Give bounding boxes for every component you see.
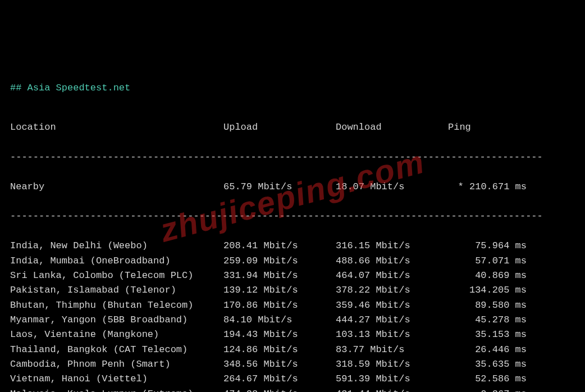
cell-download: 83.77 Mbit/s — [336, 343, 448, 357]
table-row: Pakistan, Islamabad (Telenor)139.12 Mbit… — [10, 283, 575, 298]
header-download: Download — [336, 120, 448, 135]
table-row: Malaysia, Kuala Lumpur (Extreme)474.32 M… — [10, 387, 575, 392]
cell-upload: 259.09 Mbit/s — [223, 254, 336, 268]
cell-ping: 35.153 ms — [448, 327, 527, 342]
cell-location: Myanmar, Yangon (5BB Broadband) — [10, 313, 223, 327]
cell-location: India, New Delhi (Weebo) — [10, 239, 223, 253]
cell-ping: 52.586 ms — [448, 372, 527, 386]
cell-ping: 75.964 ms — [448, 239, 527, 253]
table-row: India, Mumbai (OneBroadband)259.09 Mbit/… — [10, 254, 575, 268]
cell-ping: 89.580 ms — [448, 298, 527, 313]
cell-upload: 170.86 Mbit/s — [223, 298, 336, 313]
cell-upload: 84.10 Mbit/s — [223, 313, 336, 327]
cell-download: 316.15 Mbit/s — [336, 239, 448, 253]
table-row: India, New Delhi (Weebo)208.41 Mbit/s316… — [10, 239, 575, 253]
cell-location: Malaysia, Kuala Lumpur (Extreme) — [10, 387, 223, 392]
nearby-upload: 65.79 Mbit/s — [223, 180, 336, 194]
table-row: Bhutan, Thimphu (Bhutan Telecom)170.86 M… — [10, 298, 575, 313]
cell-download: 359.46 Mbit/s — [336, 298, 448, 313]
cell-location: Cambodia, Phnom Penh (Smart) — [10, 357, 223, 372]
divider-line: ----------------------------------------… — [10, 209, 575, 224]
cell-download: 591.39 Mbit/s — [336, 372, 448, 386]
cell-location: Thailand, Bangkok (CAT Telecom) — [10, 343, 223, 357]
cell-download: 444.27 Mbit/s — [336, 313, 448, 327]
cell-ping: 134.205 ms — [448, 283, 527, 298]
cell-upload: 348.56 Mbit/s — [223, 357, 336, 372]
cell-upload: 264.67 Mbit/s — [223, 372, 336, 386]
table-row: Sri Lanka, Colombo (Telecom PLC)331.94 M… — [10, 268, 575, 283]
cell-location: Bhutan, Thimphu (Bhutan Telecom) — [10, 298, 223, 313]
header-ping: Ping — [448, 120, 527, 135]
cell-ping: 26.446 ms — [448, 343, 527, 357]
table-row: Thailand, Bangkok (CAT Telecom)124.86 Mb… — [10, 343, 575, 357]
cell-upload: 474.32 Mbit/s — [223, 387, 336, 392]
cell-download: 431.44 Mbit/s — [336, 387, 448, 392]
cell-download: 464.07 Mbit/s — [336, 268, 448, 283]
cell-location: Vietnam, Hanoi (Viettel) — [10, 372, 223, 386]
table-row: Cambodia, Phnom Penh (Smart)348.56 Mbit/… — [10, 357, 575, 372]
cell-upload: 194.43 Mbit/s — [223, 327, 336, 342]
section-title: ## Asia Speedtest.net — [10, 81, 575, 95]
cell-upload: 139.12 Mbit/s — [223, 283, 336, 298]
cell-download: 103.13 Mbit/s — [336, 327, 448, 342]
nearby-download: 18.07 Mbit/s — [336, 180, 448, 194]
cell-location: Pakistan, Islamabad (Telenor) — [10, 283, 223, 298]
header-upload: Upload — [223, 120, 336, 135]
cell-ping: 40.869 ms — [448, 268, 527, 283]
terminal-output: ## Asia Speedtest.net LocationUploadDown… — [10, 66, 575, 392]
cell-download: 378.22 Mbit/s — [336, 283, 448, 298]
cell-location: Laos, Vientaine (Mangkone) — [10, 327, 223, 342]
cell-location: India, Mumbai (OneBroadband) — [10, 254, 223, 268]
cell-location: Sri Lanka, Colombo (Telecom PLC) — [10, 268, 223, 283]
divider-line: ----------------------------------------… — [10, 150, 575, 165]
cell-upload: 331.94 Mbit/s — [223, 268, 336, 283]
nearby-row: Nearby65.79 Mbit/s18.07 Mbit/s* 210.671 … — [10, 180, 575, 194]
cell-ping: 9.367 ms — [448, 387, 527, 392]
cell-download: 318.59 Mbit/s — [336, 357, 448, 372]
table-row: Myanmar, Yangon (5BB Broadband)84.10 Mbi… — [10, 313, 575, 327]
cell-upload: 208.41 Mbit/s — [223, 239, 336, 253]
data-rows: India, New Delhi (Weebo)208.41 Mbit/s316… — [10, 239, 575, 392]
cell-upload: 124.86 Mbit/s — [223, 343, 336, 357]
nearby-ping: * 210.671 ms — [448, 180, 527, 194]
cell-ping: 45.278 ms — [448, 313, 527, 327]
nearby-location: Nearby — [10, 180, 223, 194]
table-header: LocationUploadDownloadPing — [10, 120, 575, 135]
header-location: Location — [10, 120, 223, 135]
table-row: Vietnam, Hanoi (Viettel)264.67 Mbit/s591… — [10, 372, 575, 386]
cell-ping: 35.635 ms — [448, 357, 527, 372]
table-row: Laos, Vientaine (Mangkone)194.43 Mbit/s1… — [10, 327, 575, 342]
cell-ping: 57.071 ms — [448, 254, 527, 268]
cell-download: 488.66 Mbit/s — [336, 254, 448, 268]
